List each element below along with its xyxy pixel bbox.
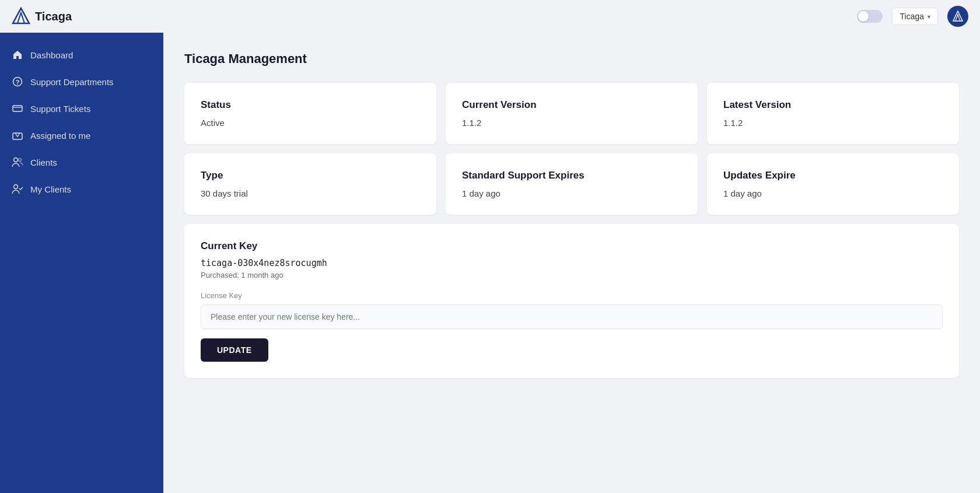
sidebar-label-support-departments: Support Departments xyxy=(30,77,114,87)
clients-icon xyxy=(12,156,23,168)
status-card: Status Active xyxy=(184,83,436,144)
workspace-selector[interactable]: Ticaga ▾ xyxy=(892,8,938,25)
update-button[interactable]: UPDATE xyxy=(201,338,268,362)
svg-point-9 xyxy=(14,185,18,189)
main-content: Ticaga Management Status Active Current … xyxy=(163,33,980,493)
updates-expire-value: 1 day ago xyxy=(723,188,943,198)
logo-icon xyxy=(12,7,30,26)
inbox-icon xyxy=(12,130,23,141)
key-purchased: Purchased: 1 month ago xyxy=(201,271,943,279)
sidebar-item-support-departments[interactable]: ? Support Departments xyxy=(0,69,163,95)
current-version-card: Current Version 1.1.2 xyxy=(446,83,698,144)
toggle-knob xyxy=(858,11,869,22)
type-card: Type 30 days trial xyxy=(184,153,436,215)
sidebar-label-clients: Clients xyxy=(30,158,57,167)
theme-toggle[interactable] xyxy=(857,10,883,23)
standard-support-expires-card: Standard Support Expires 1 day ago xyxy=(446,153,698,215)
sidebar: Dashboard ? Support Departments Support … xyxy=(0,33,163,493)
key-value: ticaga-030x4nez8srocugmh xyxy=(201,258,943,268)
header-right: Ticaga ▾ xyxy=(857,6,968,27)
standard-support-expires-label: Standard Support Expires xyxy=(462,170,681,181)
cards-row-1: Status Active Current Version 1.1.2 Late… xyxy=(184,83,959,144)
chevron-down-icon: ▾ xyxy=(928,13,930,20)
key-title: Current Key xyxy=(201,240,943,252)
license-key-input[interactable] xyxy=(201,305,943,329)
sidebar-label-assigned-to-me: Assigned to me xyxy=(30,131,90,141)
svg-text:?: ? xyxy=(16,79,20,86)
sidebar-item-assigned-to-me[interactable]: Assigned to me xyxy=(0,123,163,148)
sidebar-label-support-tickets: Support Tickets xyxy=(30,104,90,114)
sidebar-label-my-clients: My Clients xyxy=(30,184,71,194)
top-header: Ticaga Ticaga ▾ xyxy=(0,0,980,33)
app-body: Dashboard ? Support Departments Support … xyxy=(0,33,980,493)
cards-row-2: Type 30 days trial Standard Support Expi… xyxy=(184,153,959,215)
latest-version-card: Latest Version 1.1.2 xyxy=(707,83,959,144)
license-label: License Key xyxy=(201,291,943,300)
latest-version-value: 1.1.2 xyxy=(723,118,943,128)
page-title: Ticaga Management xyxy=(184,51,959,67)
type-value: 30 days trial xyxy=(201,188,420,198)
svg-marker-1 xyxy=(953,11,963,21)
sidebar-item-support-tickets[interactable]: Support Tickets xyxy=(0,96,163,121)
standard-support-expires-value: 1 day ago xyxy=(462,188,681,198)
current-version-value: 1.1.2 xyxy=(462,118,681,128)
updates-expire-label: Updates Expire xyxy=(723,170,943,181)
svg-point-8 xyxy=(19,159,22,162)
my-clients-icon xyxy=(12,183,23,195)
current-version-label: Current Version xyxy=(462,99,681,111)
status-label: Status xyxy=(201,99,420,111)
latest-version-label: Latest Version xyxy=(723,99,943,111)
sidebar-item-clients[interactable]: Clients xyxy=(0,149,163,175)
ticket-icon xyxy=(12,103,23,114)
question-icon: ? xyxy=(12,76,23,88)
logo-text: Ticaga xyxy=(35,10,72,23)
logo-area: Ticaga xyxy=(12,7,72,26)
sidebar-item-my-clients[interactable]: My Clients xyxy=(0,176,163,202)
status-value: Active xyxy=(201,118,420,128)
type-label: Type xyxy=(201,170,420,181)
home-icon xyxy=(12,49,23,61)
updates-expire-card: Updates Expire 1 day ago xyxy=(707,153,959,215)
key-section: Current Key ticaga-030x4nez8srocugmh Pur… xyxy=(184,224,959,378)
avatar[interactable] xyxy=(947,6,968,27)
sidebar-label-dashboard: Dashboard xyxy=(30,50,73,60)
workspace-label: Ticaga xyxy=(900,12,924,21)
sidebar-item-dashboard[interactable]: Dashboard xyxy=(0,42,163,68)
svg-rect-4 xyxy=(13,106,22,111)
svg-point-7 xyxy=(14,158,18,162)
svg-marker-0 xyxy=(13,8,29,23)
